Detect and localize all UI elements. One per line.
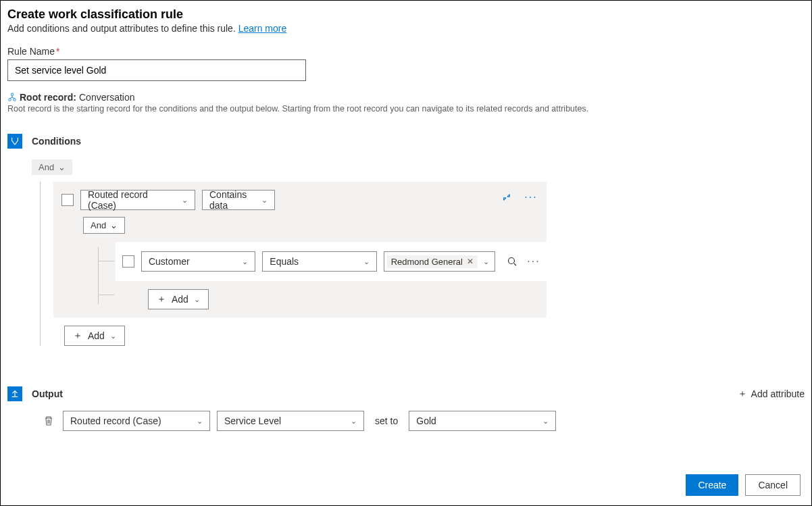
condition-operator-dropdown[interactable]: Equals⌄: [262, 251, 376, 272]
inner-tree-elbow: [98, 261, 114, 261]
condition-checkbox[interactable]: [122, 255, 134, 268]
search-icon[interactable]: [505, 254, 519, 269]
chevron-down-icon: ⌄: [194, 295, 200, 304]
group-field-dropdown[interactable]: Routed record (Case)⌄: [80, 190, 195, 210]
inner-tree-connector: [98, 247, 99, 304]
plus-icon: ＋: [73, 330, 82, 342]
output-entity-dropdown[interactable]: Routed record (Case)⌄: [63, 411, 210, 431]
subtitle-text: Add conditions and output attributes to …: [7, 23, 238, 34]
condition-value-lookup[interactable]: Redmond General ✕ ⌄: [384, 251, 495, 272]
root-record-value: Conversation: [79, 92, 135, 103]
root-record-label: Root record:: [20, 92, 76, 103]
page-title: Create work classification rule: [7, 7, 805, 22]
svg-point-3: [509, 258, 515, 264]
cancel-button[interactable]: Cancel: [745, 474, 801, 496]
collapse-icon[interactable]: [499, 190, 514, 205]
chevron-down-icon: ⌄: [110, 220, 118, 230]
chevron-down-icon: ⌄: [110, 332, 116, 340]
more-icon[interactable]: ···: [524, 190, 538, 205]
svg-point-2: [14, 99, 16, 101]
root-record-description: Root record is the starting record for t…: [7, 104, 805, 113]
conditions-title: Conditions: [32, 136, 81, 147]
chevron-down-icon: ⌄: [483, 257, 492, 266]
learn-more-link[interactable]: Learn more: [238, 23, 287, 34]
svg-point-0: [11, 93, 14, 96]
inner-tree-elbow: [98, 295, 114, 295]
conditions-icon: [7, 134, 22, 149]
delete-icon[interactable]: [41, 415, 56, 426]
create-button[interactable]: Create: [686, 474, 738, 496]
plus-icon: ＋: [157, 293, 166, 305]
condition-field-dropdown[interactable]: Customer⌄: [141, 251, 255, 272]
svg-point-1: [9, 99, 11, 101]
chevron-down-icon: ⌄: [182, 196, 188, 205]
chevron-down-icon: ⌄: [197, 417, 203, 426]
remove-chip-icon[interactable]: ✕: [467, 257, 474, 266]
rule-name-label: Rule Name*: [7, 46, 805, 57]
top-join-selector[interactable]: And ⌄: [32, 159, 72, 175]
required-asterisk: *: [56, 46, 59, 57]
chevron-down-icon: ⌄: [261, 196, 268, 205]
output-attribute-dropdown[interactable]: Service Level⌄: [217, 411, 364, 431]
outer-add-button[interactable]: ＋ Add ⌄: [64, 326, 125, 346]
set-to-label: set to: [371, 415, 402, 426]
inner-join-selector[interactable]: And ⌄: [83, 217, 125, 234]
more-icon[interactable]: ···: [526, 254, 541, 269]
group-operator-dropdown[interactable]: Contains data⌄: [202, 190, 275, 210]
inner-add-button[interactable]: ＋ Add ⌄: [148, 289, 209, 309]
group-checkbox[interactable]: [61, 194, 74, 206]
chevron-down-icon: ⌄: [242, 257, 248, 266]
chevron-down-icon: ⌄: [351, 417, 357, 426]
output-value-dropdown[interactable]: Gold⌄: [409, 411, 556, 431]
plus-icon: ＋: [738, 388, 747, 400]
chevron-down-icon: ⌄: [363, 257, 370, 266]
output-title: Output: [32, 388, 63, 399]
rule-name-input[interactable]: [7, 59, 306, 81]
lookup-chip: Redmond General ✕: [387, 255, 478, 268]
output-icon: [7, 386, 22, 401]
hierarchy-icon: [7, 93, 17, 102]
output-section-header: Output: [7, 386, 63, 401]
condition-group: Routed record (Case)⌄ Contains data⌄ ···: [53, 182, 547, 318]
conditions-section-header: Conditions: [7, 134, 805, 149]
chevron-down-icon: ⌄: [542, 417, 549, 426]
chevron-down-icon: ⌄: [58, 162, 66, 172]
condition-row: Customer⌄ Equals⌄ Redmond General ✕ ⌄: [116, 242, 548, 281]
tree-connector: [40, 182, 41, 346]
add-attribute-button[interactable]: ＋ Add attribute: [738, 388, 805, 400]
page-subtitle: Add conditions and output attributes to …: [7, 23, 805, 34]
